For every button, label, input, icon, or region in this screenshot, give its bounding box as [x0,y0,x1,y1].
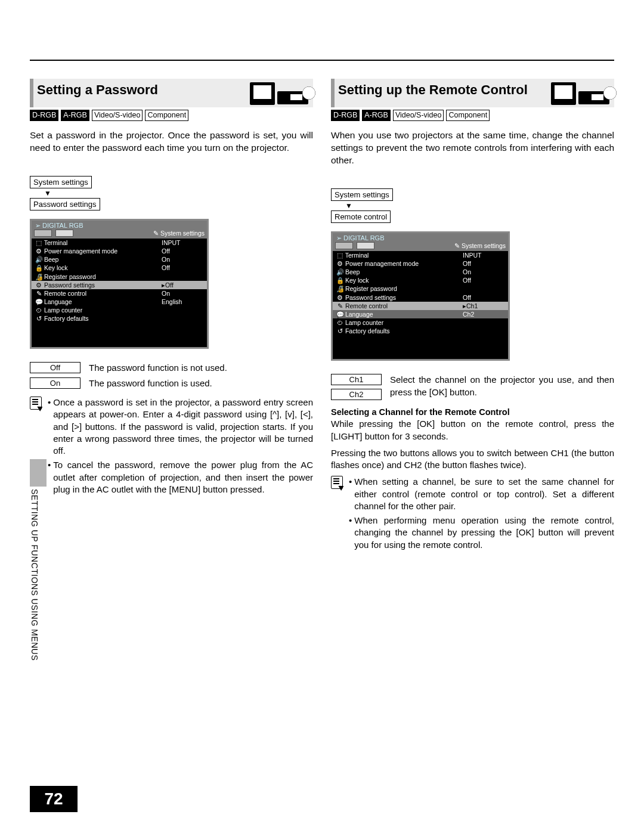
side-tab-marker [30,459,47,487]
intro-text: Set a password in the projector. Once th… [30,129,313,154]
computer-icon [250,82,275,105]
tag: D-RGB [30,110,58,121]
option-desc: The password function is not used. [89,362,313,374]
osd-title: ➢ DIGITAL RGB [32,221,207,230]
note-block: When setting a channel, be sure to set t… [331,476,614,553]
tag: A-RGB [362,110,391,121]
osd-row: ⚙ Power management modeOff [333,259,508,268]
note-item: When performing menu operation using the… [349,515,614,551]
note-item: When setting a channel, be sure to set t… [349,476,614,512]
paragraph: Pressing the two buttons allows you to s… [331,447,614,472]
note-item: To cancel the password, remove the power… [48,459,313,496]
option-row: Ch1 Ch2 Select the channel on the projec… [331,374,614,400]
option-label: Ch2 [331,389,382,400]
menu-path-item: Password settings [30,198,100,210]
osd-row: ↺ Factory defaults [32,314,207,323]
osd-rows: ⬚ TerminalINPUT⚙ Power management modeOf… [32,239,207,323]
osd-tab [34,230,52,237]
header-icons [250,82,308,105]
osd-tab-label: ✎ System settings [153,230,205,237]
osd-row: 🔊 BeepOn [32,255,207,264]
option-row: Off The password function is not used. [30,362,313,374]
input-tags: D-RGB A-RGB Video/S-video Component [331,110,614,121]
note-body: Once a password is set in the projector,… [48,397,313,498]
tag: A-RGB [61,110,89,121]
section-title: Setting up the Remote Control [338,82,551,97]
intro-text: When you use two projectors at the same … [331,129,614,167]
osd-row-selected: ✎ Remote control▸Ch1 [333,302,508,310]
osd-row-selected: ⚙ Password settings▸Off [32,281,207,289]
menu-path: System settings ▼ Remote control [331,188,614,223]
osd-tabs: ✎ System settings [32,230,207,239]
paragraph: While pressing the [OK] button on the re… [331,418,614,442]
menu-path-item: System settings [331,188,393,201]
osd-row: ⬚ TerminalINPUT [333,251,508,259]
tag: Component [446,110,490,121]
note-icon [331,476,344,553]
osd-tab [357,242,374,249]
tag: D-RGB [331,110,360,121]
two-columns: Setting a Password D-RGB A-RGB Video/S-v… [30,79,614,553]
subheading: Selecting a Channel for the Remote Contr… [331,407,614,417]
osd-row: ⏲ Lamp counter [32,306,207,314]
header-icons [551,82,609,105]
option-label: Ch1 [331,374,382,385]
osd-tab [335,242,353,249]
osd-row: 🔏 Register password [32,272,207,281]
side-tab-label: SETTING UP FUNCTIONS USING MENUS [30,489,39,661]
section-header-left: Setting a Password [30,79,313,107]
option-label: On [30,377,80,389]
option-label: Off [30,362,80,373]
note-item: Once a password is set in the projector,… [48,397,313,457]
osd-row: 💬 LanguageEnglish [32,298,207,306]
osd-title: ➢ DIGITAL RGB [333,233,508,242]
osd-menu: ➢ DIGITAL RGB ✎ System settings ⬚ Termin… [331,231,510,361]
tag: Video/S-video [92,110,143,121]
option-block: Ch1 Ch2 Select the channel on the projec… [331,374,614,400]
computer-icon [551,82,576,105]
section-title: Setting a Password [37,82,250,97]
osd-row: 🔒 Key lockOff [32,264,207,272]
osd-row: ⚙ Password settingsOff [333,293,508,302]
right-column: Setting up the Remote Control D-RGB A-RG… [331,79,614,553]
section-header-right: Setting up the Remote Control [331,79,614,107]
page-number: 72 [30,786,78,812]
down-arrow-icon: ▼ [345,202,352,209]
osd-rows: ⬚ TerminalINPUT⚙ Power management modeOf… [333,251,508,336]
option-row: On The password function is used. [30,377,313,389]
osd-row: 🔏 Register password [333,284,508,293]
osd-row: 🔊 BeepOn [333,268,508,276]
remote-icon [277,91,308,104]
option-desc: Select the channel on the projector you … [390,374,614,400]
osd-row: 💬 LanguageCh2 [333,310,508,318]
osd-row: ⏲ Lamp counter [333,318,508,327]
top-rule [30,60,614,61]
osd-tabs: ✎ System settings [333,242,508,251]
option-desc: The password function is used. [89,377,313,389]
tag: Video/S-video [393,110,444,121]
option-block: Off The password function is not used. O… [30,362,313,390]
osd-row: ✎ Remote controlOn [32,289,207,298]
osd-row: ↺ Factory defaults [333,327,508,335]
osd-row: 🔒 Key lockOff [333,276,508,284]
osd-menu: ➢ DIGITAL RGB ✎ System settings ⬚ Termin… [30,219,209,349]
page-content: Setting a Password D-RGB A-RGB Video/S-v… [30,0,614,553]
left-column: Setting a Password D-RGB A-RGB Video/S-v… [30,79,313,553]
menu-path: System settings ▼ Password settings [30,176,313,210]
input-tags: D-RGB A-RGB Video/S-video Component [30,110,313,121]
menu-path-item: Remote control [331,210,391,223]
osd-empty [333,335,508,359]
osd-row: ⚙ Power management modeOff [32,247,207,255]
down-arrow-icon: ▼ [44,190,51,197]
osd-empty [32,323,207,347]
menu-path-item: System settings [30,176,92,188]
osd-tab-label: ✎ System settings [454,242,506,249]
note-body: When setting a channel, be sure to set t… [349,476,614,553]
note-block: Once a password is set in the projector,… [30,397,313,498]
osd-tab [55,230,73,237]
tag: Component [145,110,188,121]
osd-row: ⬚ TerminalINPUT [32,239,207,247]
remote-icon [578,91,609,104]
